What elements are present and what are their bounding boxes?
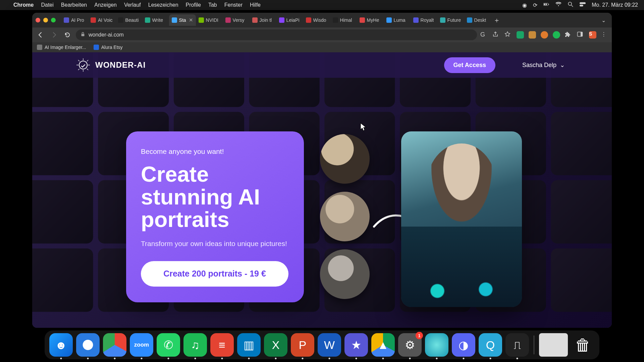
dock-app-trello[interactable]: ▥: [237, 333, 261, 357]
running-dot: [436, 358, 438, 359]
wifi-icon[interactable]: [555, 1, 561, 9]
browser-tab[interactable]: Beauti: [115, 14, 142, 26]
menu-item[interactable]: Datei: [41, 2, 53, 8]
hero-card: Become anyone you want! Create stunning …: [126, 131, 304, 302]
back-button[interactable]: [36, 30, 46, 40]
menu-item[interactable]: Bearbeiten: [61, 2, 87, 8]
browser-tab[interactable]: AI Pro: [61, 14, 88, 26]
dock-app-zoom[interactable]: zoom: [130, 333, 153, 357]
dock-app-safari[interactable]: ✦: [76, 333, 100, 357]
tab-label: Beauti: [125, 17, 139, 23]
ext-icon[interactable]: [517, 31, 524, 39]
running-dot: [87, 358, 89, 359]
menubar-app-name[interactable]: Chrome: [13, 2, 34, 8]
dock-app-chrome[interactable]: [103, 333, 126, 357]
brand-mark-icon: [76, 58, 91, 72]
google-translate-icon[interactable]: G: [480, 31, 488, 39]
svg-line-16: [87, 69, 88, 70]
create-portraits-button[interactable]: Create 200 portraits - 19 €: [141, 261, 288, 287]
ext-icon[interactable]: [553, 31, 560, 39]
menu-item[interactable]: Fenster: [224, 2, 243, 8]
reload-button[interactable]: [62, 30, 72, 40]
browser-tab[interactable]: AI Voic: [88, 14, 115, 26]
sidepanel-icon[interactable]: [577, 31, 584, 39]
menu-item[interactable]: Tab: [208, 2, 217, 8]
menubar-clock[interactable]: Mo. 27. März 09:22: [592, 2, 638, 8]
dock-app-spotify[interactable]: ♫: [183, 333, 207, 357]
forward-button[interactable]: [49, 30, 59, 40]
bookmark-item[interactable]: Alura Etsy: [94, 45, 123, 50]
ext-icon[interactable]: [541, 31, 548, 39]
tab-favicon: [91, 17, 96, 23]
dock-app-trash[interactable]: 🗑: [571, 333, 595, 357]
dock-app-excel[interactable]: X: [264, 333, 287, 357]
battery-icon[interactable]: [543, 1, 549, 9]
running-dot: [463, 358, 465, 359]
brand-text: WONDER-AI: [95, 60, 146, 70]
tab-favicon: [64, 17, 69, 23]
dock-app-powerpoint[interactable]: P: [291, 333, 314, 357]
browser-tab[interactable]: Wisdo: [303, 14, 330, 26]
screenrecord-icon[interactable]: ◉: [522, 2, 527, 8]
dock-app-quicktime[interactable]: Q: [479, 333, 502, 357]
dock-app-desktop-preview[interactable]: [539, 333, 568, 357]
dock-app-word[interactable]: W: [318, 333, 341, 357]
browser-tab[interactable]: MyHe: [357, 14, 384, 26]
browser-tab[interactable]: Luma: [384, 14, 411, 26]
menu-item[interactable]: Anzeigen: [94, 2, 117, 8]
tab-label: Luma: [394, 17, 406, 23]
window-controls[interactable]: [36, 18, 56, 22]
lock-icon: [80, 32, 85, 38]
address-bar[interactable]: wonder-ai.com: [76, 29, 477, 40]
dock-app-finder[interactable]: ☻: [49, 333, 73, 357]
svg-rect-7: [82, 34, 85, 36]
tab-label: Deskt: [474, 17, 486, 23]
browser-tab[interactable]: Himal: [330, 14, 357, 26]
tab-favicon: [306, 17, 311, 23]
menu-item[interactable]: Lesezeichen: [148, 2, 178, 8]
bookmark-label: AI Image Enlarger...: [45, 45, 86, 50]
browser-tab[interactable]: Join tl: [250, 14, 276, 26]
user-menu[interactable]: Sascha Delp ⌄: [522, 61, 565, 69]
tab-favicon: [386, 17, 392, 23]
menu-item[interactable]: Hilfe: [250, 2, 261, 8]
dock-app-todoist[interactable]: ≡: [210, 333, 234, 357]
get-access-button[interactable]: Get Access: [444, 57, 495, 73]
control-center-icon[interactable]: [580, 1, 586, 9]
tab-favicon: [252, 17, 258, 23]
chrome-menu-icon[interactable]: ⋮: [601, 31, 608, 39]
dock-app-settings[interactable]: ⚙1: [398, 333, 422, 357]
playback-icon[interactable]: ⟳: [533, 2, 537, 8]
bookmark-star-icon[interactable]: [504, 31, 512, 39]
chevron-down-icon: ⌄: [560, 61, 565, 69]
share-icon[interactable]: [492, 31, 500, 39]
browser-tab[interactable]: Future: [437, 14, 464, 26]
browser-tab[interactable]: Versy: [223, 14, 250, 26]
dock-app-siri[interactable]: [425, 333, 448, 357]
browser-tab[interactable]: Royalt: [411, 14, 437, 26]
dock-app-voice[interactable]: ⎍: [505, 333, 529, 357]
new-tab-button[interactable]: ＋: [492, 15, 502, 25]
menu-item[interactable]: Profile: [186, 2, 201, 8]
browser-tab[interactable]: Deskt: [464, 14, 491, 26]
tab-close-icon[interactable]: ✕: [189, 17, 193, 23]
dock-app-whatsapp[interactable]: ✆: [157, 333, 180, 357]
chrome-profile-avatar[interactable]: S: [589, 31, 596, 39]
site-header: WONDER-AI Get Access Sascha Delp ⌄: [32, 52, 612, 78]
menu-item[interactable]: Verlauf: [124, 2, 141, 8]
brand-logo[interactable]: WONDER-AI: [76, 58, 146, 72]
bookmark-item[interactable]: AI Image Enlarger...: [37, 45, 86, 50]
browser-tab[interactable]: Sta✕: [169, 14, 196, 26]
dock-app-drive[interactable]: ▲: [371, 333, 395, 357]
dock-app-imovie[interactable]: ★: [344, 333, 368, 357]
tab-overflow-icon[interactable]: ⌄: [599, 16, 608, 25]
spotlight-icon[interactable]: [568, 1, 574, 9]
dock-app-discord[interactable]: ◑: [452, 333, 475, 357]
browser-tab[interactable]: NVIDI: [196, 14, 223, 26]
ext-icon[interactable]: [529, 31, 536, 39]
extensions-puzzle-icon[interactable]: [565, 31, 572, 39]
tab-label: Future: [447, 17, 461, 23]
browser-tab[interactable]: LeiaPi: [276, 14, 303, 26]
browser-tab[interactable]: Write: [142, 14, 169, 26]
sample-input-photo: [320, 134, 370, 184]
